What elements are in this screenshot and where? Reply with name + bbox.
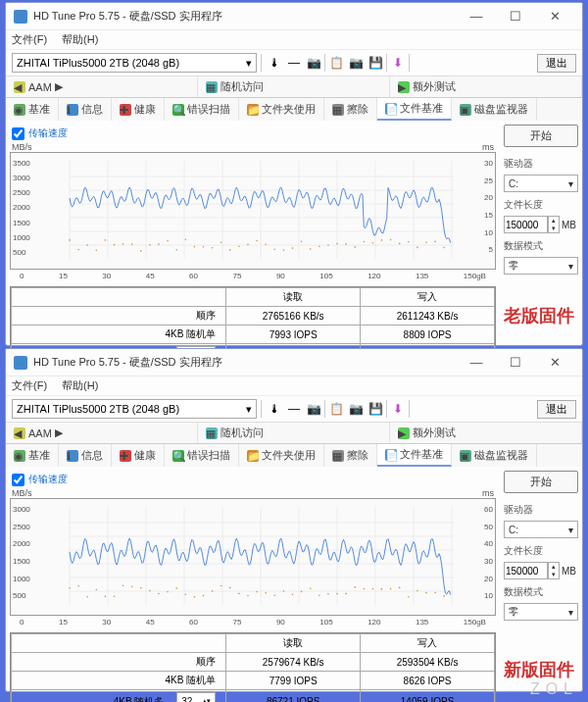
exit-button[interactable]: 退出 bbox=[537, 400, 576, 419]
svg-point-115 bbox=[408, 596, 410, 598]
tab-info[interactable]: ℹ信息 bbox=[59, 444, 112, 467]
tab-errscan[interactable]: 🔍错误扫描 bbox=[165, 444, 239, 467]
app-icon bbox=[14, 356, 27, 370]
maximize-button[interactable]: ☐ bbox=[496, 5, 535, 28]
tab-extra[interactable]: ▶额外测试 bbox=[390, 76, 582, 97]
data-mode-combo[interactable]: 零▾ bbox=[504, 257, 578, 275]
start-button[interactable]: 开始 bbox=[504, 471, 578, 493]
tool-icons: 🌡 — 📷 📋 📷 💾 ⬇ bbox=[266, 400, 410, 418]
svg-point-78 bbox=[77, 585, 79, 587]
tab-folder[interactable]: 📁文件夹使用 bbox=[239, 444, 324, 467]
svg-point-32 bbox=[203, 246, 205, 248]
file-length-spinner[interactable]: ▴▾ bbox=[504, 216, 560, 233]
minimize-button[interactable]: — bbox=[457, 5, 496, 28]
tab-benchmark[interactable]: ◉基准 bbox=[6, 98, 59, 121]
temp-icon[interactable]: 🌡 bbox=[266, 54, 283, 72]
qd-combo[interactable]: 32▴▾ bbox=[176, 692, 216, 702]
tab-extra[interactable]: ▶额外测试 bbox=[390, 423, 582, 443]
svg-point-51 bbox=[372, 242, 374, 244]
screenshot-icon[interactable]: 📷 bbox=[347, 54, 365, 72]
tab-diskmon[interactable]: ▣磁盘监视器 bbox=[452, 444, 537, 467]
svg-point-101 bbox=[283, 590, 285, 592]
tab-aam[interactable]: ◀AAM▶ bbox=[6, 423, 198, 443]
chart: 35003000250020001500100050030252015105 bbox=[10, 152, 496, 270]
svg-point-38 bbox=[256, 240, 258, 242]
tab-health[interactable]: ✚健康 bbox=[112, 98, 165, 121]
drive-combo[interactable]: C:▾ bbox=[504, 175, 578, 192]
svg-point-21 bbox=[105, 239, 107, 241]
transfer-speed-check[interactable] bbox=[12, 474, 24, 486]
svg-point-37 bbox=[247, 244, 249, 246]
options-icon[interactable]: ⬇ bbox=[389, 400, 407, 418]
svg-point-40 bbox=[274, 248, 276, 250]
x-axis: 0153045607590105120135150gB bbox=[10, 272, 496, 280]
svg-point-50 bbox=[364, 241, 366, 243]
transfer-speed-check[interactable] bbox=[12, 127, 24, 140]
save-icon[interactable]: 💾 bbox=[367, 54, 384, 72]
svg-point-90 bbox=[185, 594, 187, 596]
tab-diskmon[interactable]: ▣磁盘监视器 bbox=[452, 98, 537, 121]
close-button[interactable]: ✕ bbox=[535, 351, 574, 375]
menu-file[interactable]: 文件(F) bbox=[12, 379, 47, 391]
copy-icon[interactable]: 📋 bbox=[327, 400, 345, 418]
watermark: ZOL bbox=[530, 680, 578, 698]
svg-point-87 bbox=[158, 593, 160, 595]
start-button[interactable]: 开始 bbox=[504, 125, 578, 147]
tab-erase[interactable]: ▦擦除 bbox=[324, 98, 377, 121]
exit-button[interactable]: 退出 bbox=[537, 54, 576, 73]
svg-point-118 bbox=[434, 592, 436, 594]
tab-random[interactable]: ▦随机访问 bbox=[198, 423, 390, 443]
svg-point-47 bbox=[336, 243, 338, 245]
copy-icon[interactable]: 📋 bbox=[327, 54, 345, 72]
screenshot-icon[interactable]: 📷 bbox=[347, 400, 365, 418]
svg-point-109 bbox=[354, 586, 356, 588]
device-combo[interactable]: ZHITAI TiPlus5000 2TB (2048 gB)▾ bbox=[12, 53, 257, 73]
tab-erase[interactable]: ▦擦除 bbox=[324, 444, 377, 467]
data-mode-combo[interactable]: 零▾ bbox=[504, 603, 578, 621]
tab-health[interactable]: ✚健康 bbox=[112, 444, 165, 467]
camera-icon[interactable]: 📷 bbox=[305, 54, 322, 72]
svg-point-28 bbox=[167, 240, 169, 242]
tab-errscan[interactable]: 🔍错误扫描 bbox=[165, 98, 239, 121]
file-length-spinner[interactable]: ▴▾ bbox=[504, 562, 560, 579]
svg-point-96 bbox=[238, 593, 240, 595]
camera-icon[interactable]: 📷 bbox=[305, 400, 322, 418]
tab-info[interactable]: ℹ信息 bbox=[59, 98, 112, 121]
tab-benchmark[interactable]: ◉基准 bbox=[6, 444, 59, 467]
menu-help[interactable]: 帮助(H) bbox=[62, 33, 98, 45]
tabs-top: ◀AAM▶ ▦随机访问 ▶额外测试 bbox=[6, 423, 582, 443]
titlebar: HD Tune Pro 5.75 - 硬盘/SSD 实用程序 — ☐ ✕ bbox=[6, 349, 582, 376]
svg-point-119 bbox=[443, 595, 445, 597]
toolbar: ZHITAI TiPlus5000 2TB (2048 gB)▾ 🌡 — 📷 📋… bbox=[6, 50, 582, 76]
svg-point-19 bbox=[86, 244, 88, 246]
svg-point-110 bbox=[364, 588, 366, 590]
temp-icon[interactable]: 🌡 bbox=[266, 400, 283, 418]
svg-point-34 bbox=[220, 242, 222, 244]
tab-folder[interactable]: 📁文件夹使用 bbox=[239, 98, 324, 121]
drive-combo[interactable]: C:▾ bbox=[504, 521, 578, 538]
app-icon bbox=[14, 10, 27, 24]
svg-point-86 bbox=[149, 590, 151, 592]
maximize-button[interactable]: ☐ bbox=[496, 351, 535, 375]
close-button[interactable]: ✕ bbox=[535, 5, 574, 28]
content-area: 传输速度 MB/sms 3000250020001500100050060504… bbox=[6, 467, 582, 702]
toolbar: ZHITAI TiPlus5000 2TB (2048 gB)▾ 🌡 — 📷 📋… bbox=[6, 396, 582, 423]
svg-point-41 bbox=[283, 249, 285, 251]
minimize-button[interactable]: — bbox=[457, 351, 496, 375]
device-combo[interactable]: ZHITAI TiPlus5000 2TB (2048 gB)▾ bbox=[12, 399, 257, 419]
tab-random[interactable]: ▦随机访问 bbox=[198, 76, 390, 97]
tab-aam[interactable]: ◀AAM▶ bbox=[6, 76, 198, 97]
save-icon[interactable]: 💾 bbox=[367, 400, 384, 418]
menu-file[interactable]: 文件(F) bbox=[12, 33, 47, 45]
tab-filebench[interactable]: 📄文件基准 bbox=[377, 444, 452, 467]
tab-filebench[interactable]: 📄文件基准 bbox=[377, 98, 452, 121]
svg-point-107 bbox=[336, 593, 338, 595]
options-icon[interactable]: ⬇ bbox=[389, 54, 407, 72]
svg-point-83 bbox=[122, 584, 124, 586]
menu-help[interactable]: 帮助(H) bbox=[62, 379, 98, 391]
svg-point-82 bbox=[114, 595, 116, 597]
svg-point-104 bbox=[310, 587, 312, 589]
svg-point-103 bbox=[301, 591, 303, 593]
svg-point-55 bbox=[408, 241, 410, 243]
content-area: 传输速度 MB/sms 3500300025002000150010005003… bbox=[6, 121, 582, 372]
